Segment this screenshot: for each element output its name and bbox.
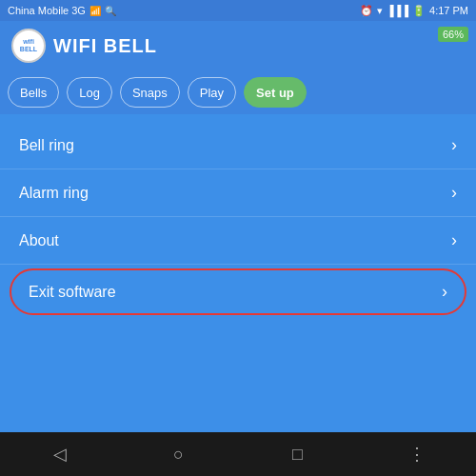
battery-badge: 66% bbox=[438, 27, 468, 42]
main-content: Bell ring › Alarm ring › About › Exit so… bbox=[0, 114, 476, 432]
status-left: China Mobile 3G 📶 🔍 bbox=[8, 5, 116, 16]
tab-bells[interactable]: Bells bbox=[8, 77, 59, 108]
wifi-icon: ▾ bbox=[377, 5, 383, 17]
back-button[interactable]: ◁ bbox=[0, 432, 119, 476]
app-bar: wifi BELL WIFI BELL 66% bbox=[0, 21, 476, 70]
carrier-text: China Mobile 3G bbox=[8, 5, 86, 16]
menu-item-alarm-ring[interactable]: Alarm ring › bbox=[0, 169, 476, 217]
tab-bar: Bells Log Snaps Play Set up bbox=[0, 70, 476, 114]
app-logo: wifi BELL bbox=[11, 29, 46, 63]
battery-icon: 🔋 bbox=[412, 5, 426, 17]
exit-software-label: Exit software bbox=[29, 284, 116, 301]
bottom-nav: ◁ ○ □ ⋮ bbox=[0, 432, 476, 476]
search-icon: 🔍 bbox=[105, 6, 116, 16]
status-bar: China Mobile 3G 📶 🔍 ⏰ ▾ ▐▐▐ 🔋 4:17 PM bbox=[0, 0, 476, 21]
tab-play[interactable]: Play bbox=[188, 77, 236, 108]
menu-item-about[interactable]: About › bbox=[0, 217, 476, 265]
alarm-icon: ⏰ bbox=[360, 5, 373, 17]
bell-ring-chevron: › bbox=[451, 135, 457, 155]
bell-ring-label: Bell ring bbox=[19, 137, 74, 154]
about-chevron: › bbox=[451, 230, 457, 250]
tab-snaps[interactable]: Snaps bbox=[120, 77, 180, 108]
time-text: 4:17 PM bbox=[429, 5, 468, 16]
back-icon: ◁ bbox=[53, 444, 67, 465]
exit-software-chevron: › bbox=[442, 282, 447, 302]
more-button[interactable]: ⋮ bbox=[357, 432, 476, 476]
menu-item-exit-software[interactable]: Exit software › bbox=[10, 268, 466, 315]
home-icon: ○ bbox=[173, 445, 184, 465]
alarm-ring-label: Alarm ring bbox=[19, 185, 89, 202]
signal-icon: 📶 bbox=[89, 6, 101, 16]
home-button[interactable]: ○ bbox=[119, 432, 238, 476]
tab-setup[interactable]: Set up bbox=[244, 77, 307, 108]
recent-icon: □ bbox=[292, 445, 303, 465]
app-logo-text: wifi BELL bbox=[20, 38, 37, 54]
alarm-ring-chevron: › bbox=[451, 183, 457, 203]
recent-button[interactable]: □ bbox=[238, 432, 357, 476]
more-icon: ⋮ bbox=[408, 444, 426, 465]
app-title: WIFI BELL bbox=[53, 35, 157, 57]
signal-bars-icon: ▐▐▐ bbox=[387, 5, 408, 16]
phone-container: China Mobile 3G 📶 🔍 ⏰ ▾ ▐▐▐ 🔋 4:17 PM wi… bbox=[0, 0, 476, 476]
content-spacer bbox=[0, 319, 476, 425]
menu-item-bell-ring[interactable]: Bell ring › bbox=[0, 122, 476, 169]
about-label: About bbox=[19, 232, 59, 249]
tab-log[interactable]: Log bbox=[67, 77, 112, 108]
status-right: ⏰ ▾ ▐▐▐ 🔋 4:17 PM bbox=[360, 5, 468, 17]
